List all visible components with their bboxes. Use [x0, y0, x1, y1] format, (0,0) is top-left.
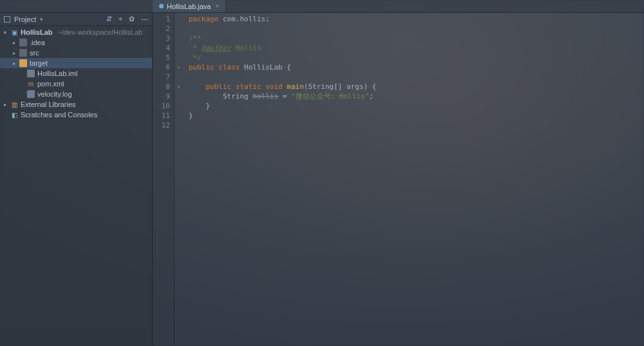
- editor-tab-label: HollisLab.java: [167, 3, 211, 10]
- project-tool-icon: [4, 16, 10, 23]
- tree-item-iml[interactable]: HollisLab.iml: [0, 68, 152, 79]
- run-gutter-icon[interactable]: ▸: [175, 62, 184, 72]
- project-tree: ▾ ▣ HollisLab ~/dev-workspace/HollisLab …: [0, 26, 152, 121]
- file-icon: [27, 90, 35, 98]
- tree-item-pom[interactable]: m pom.xml: [0, 79, 152, 89]
- tab-bar: HollisLab.java ×: [0, 0, 644, 13]
- tree-item-label: velocity.log: [37, 90, 72, 98]
- project-sidebar: Project ▾ ⇵ ⌖ ✿ — ▾ ▣ HollisLab ~/dev-wo…: [0, 13, 153, 346]
- tree-item-label: HollisLab.iml: [37, 70, 77, 77]
- code-area[interactable]: package com.hollis; /** * @author Hollis…: [184, 13, 376, 346]
- file-icon: [27, 70, 35, 77]
- line-number-gutter: 123 456 789 101112: [153, 13, 175, 346]
- select-opened-icon[interactable]: ⌖: [118, 15, 122, 23]
- close-icon[interactable]: ×: [215, 3, 219, 10]
- folder-icon: [19, 49, 27, 57]
- chevron-down-icon: ▾: [3, 30, 8, 35]
- tree-item-target[interactable]: ▸ target: [0, 58, 152, 68]
- tree-item-ext-libs[interactable]: ▸ ▥ External Libraries: [0, 99, 152, 110]
- tree-item-label: .idea: [30, 39, 45, 46]
- library-icon: ▥: [10, 101, 18, 108]
- scratch-icon: ◧: [10, 111, 18, 119]
- sidebar-title: Project: [14, 15, 36, 23]
- tree-item-path: ~/dev-workspace/HollisLab: [58, 28, 143, 36]
- folder-icon: [19, 59, 27, 67]
- chevron-down-icon[interactable]: ▾: [40, 16, 43, 23]
- chevron-right-icon: ▸: [3, 102, 8, 108]
- sidebar-header: Project ▾ ⇵ ⌖ ✿ —: [0, 13, 152, 26]
- folder-icon: [19, 39, 27, 46]
- collapse-all-icon[interactable]: ⇵: [106, 15, 112, 23]
- chevron-right-icon: ▸: [12, 40, 17, 46]
- java-file-icon: [159, 4, 164, 8]
- settings-icon[interactable]: ✿: [129, 15, 135, 23]
- gutter-marks: ▸ ▸: [175, 13, 184, 346]
- tree-item-src[interactable]: ▸ src: [0, 48, 152, 58]
- tree-item-label: pom.xml: [37, 80, 64, 88]
- tree-item-velocity[interactable]: velocity.log: [0, 89, 152, 99]
- module-icon: ▣: [10, 28, 18, 36]
- tree-item-idea[interactable]: ▸ .idea: [0, 37, 152, 48]
- tree-item-scratches[interactable]: ◧ Scratches and Consoles: [0, 110, 152, 120]
- code-editor[interactable]: 123 456 789 101112 ▸ ▸ package com.holli…: [153, 13, 644, 346]
- tree-item-label: HollisLab: [21, 28, 53, 36]
- maven-icon: m: [27, 80, 35, 88]
- tree-item-label: Scratches and Consoles: [21, 111, 97, 119]
- chevron-right-icon: ▸: [12, 61, 17, 66]
- hide-icon[interactable]: —: [141, 15, 148, 23]
- chevron-right-icon: ▸: [12, 50, 17, 56]
- tree-project-root[interactable]: ▾ ▣ HollisLab ~/dev-workspace/HollisLab: [0, 27, 152, 37]
- tree-item-label: src: [30, 49, 39, 57]
- tree-item-label: External Libraries: [21, 101, 76, 108]
- run-gutter-icon[interactable]: ▸: [175, 82, 184, 91]
- tree-item-label: target: [30, 59, 48, 67]
- editor-tab-hollislab[interactable]: HollisLab.java ×: [153, 0, 226, 12]
